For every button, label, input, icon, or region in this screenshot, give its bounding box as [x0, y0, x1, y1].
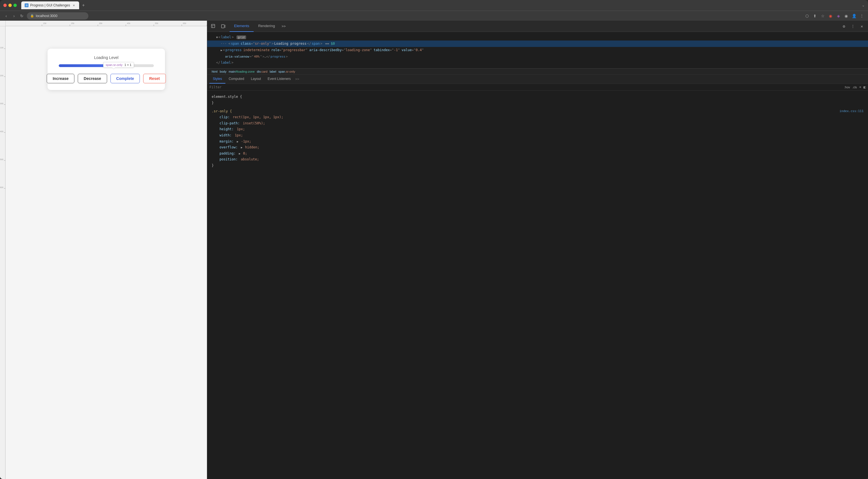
profile-icon[interactable]: 👤 [851, 14, 857, 18]
address-field[interactable]: 🔒 localhost:3000 [27, 12, 88, 20]
active-tab[interactable]: ⚙ Progress | GUI Challenges ✕ [21, 1, 79, 9]
padding-expand-icon[interactable]: ▶ [239, 152, 241, 155]
dom-label-line[interactable]: ▼ <label> grid [207, 34, 868, 40]
devtools-more-button[interactable]: ⋮ [849, 22, 857, 30]
sr-only-selector: .sr-only { [212, 108, 232, 115]
complete-button[interactable]: Complete [111, 74, 140, 83]
breadcrumb-div[interactable]: div.card [257, 70, 268, 73]
styles-tab-styles[interactable]: Styles [210, 75, 225, 84]
style-editor-button[interactable]: ◧ [864, 85, 866, 89]
maximize-button[interactable] [13, 4, 17, 7]
devtools-close-button[interactable]: ✕ [858, 22, 866, 30]
cast-icon[interactable]: ⬡ [804, 14, 810, 18]
css-prop-margin: margin: ▶ -1px; [212, 139, 864, 145]
dom-span-line[interactable]: ··· <span class="sr-only" > Loading prog… [207, 40, 868, 47]
devtools-actions: ⚙ ⋮ ✕ [840, 22, 866, 30]
devtools-panel: Elements Rendering >> ⚙ ⋮ ✕ ▼ <label> gr… [207, 21, 868, 479]
buttons-row: Increase Decrease Complete Reset [47, 74, 165, 83]
dom-tree: ▼ <label> grid ··· <span class="sr-only"… [207, 32, 868, 68]
forward-button[interactable]: › [11, 14, 17, 18]
svg-text:100: 100 [0, 47, 3, 49]
svg-text:600: 600 [0, 186, 3, 188]
loading-level-label: Loading Level [94, 55, 118, 60]
ruler-top-svg: 150 250 350 450 550 650 750 [6, 21, 207, 26]
tab-elements[interactable]: Elements [229, 21, 254, 32]
minimize-button[interactable] [8, 4, 12, 7]
svg-text:550: 550 [155, 22, 158, 24]
svg-text:500: 500 [0, 158, 3, 160]
sr-only-close: } [212, 163, 214, 169]
element-style-label: element.style { [212, 94, 242, 100]
decrease-button[interactable]: Decrease [78, 74, 107, 83]
breadcrumb-span[interactable]: span.sr-only [279, 70, 295, 73]
styles-panel: Styles Computed Layout Event Listeners >… [207, 75, 868, 479]
back-button[interactable]: ‹ [3, 14, 9, 18]
overflow-expand-icon[interactable]: ▶ [241, 146, 243, 149]
inspect-tool-button[interactable] [210, 22, 217, 30]
grid-badge: grid [237, 35, 246, 39]
new-tab-button[interactable]: + [80, 2, 87, 9]
devtools-settings-button[interactable]: ⚙ [840, 22, 848, 30]
filter-buttons: :hov .cls + ◧ [844, 85, 866, 89]
extension-icon-2[interactable]: ◈ [836, 14, 841, 18]
tab-bar: ⚙ Progress | GUI Challenges ✕ + [21, 1, 860, 9]
url-text: localhost:3000 [36, 14, 57, 18]
tab-label: Progress | GUI Challenges [30, 3, 70, 7]
margin-expand-icon[interactable]: ▶ [237, 140, 239, 143]
top-ruler: 150 250 350 450 550 650 750 [0, 21, 207, 26]
share-icon[interactable]: ⬆ [812, 14, 818, 18]
dom-progress-line[interactable]: ▶ <progress indeterminate role="progress… [207, 47, 868, 53]
css-prop-height: height: 1px; [212, 126, 864, 132]
styles-tab-more[interactable]: >> [294, 75, 300, 83]
increase-button[interactable]: Increase [47, 74, 74, 83]
styles-tab-layout[interactable]: Layout [247, 75, 264, 84]
extension-icon-3[interactable]: ◉ [843, 14, 849, 18]
element-style-rule: element.style { } [207, 93, 868, 107]
breadcrumb-label[interactable]: label [270, 70, 276, 73]
dom-dots: ··· [221, 41, 227, 46]
breadcrumb-body[interactable]: body [220, 70, 226, 73]
svg-text:450: 450 [127, 22, 130, 24]
reset-button[interactable]: Reset [143, 74, 165, 83]
bookmark-icon[interactable]: ☆ [820, 14, 826, 18]
browser-viewport: 150 250 350 450 550 650 750 [0, 21, 207, 479]
svg-text:200: 200 [0, 75, 3, 76]
filter-input[interactable] [210, 85, 842, 89]
dom-progress-collapse: ▶ [221, 48, 222, 53]
breadcrumb-main[interactable]: main#loading-zone [229, 70, 255, 73]
dom-aria-line: aria-valuenow="40%" >…</progress> [207, 54, 868, 60]
address-bar: ‹ › ↻ 🔒 localhost:3000 ⬡ ⬆ ☆ ◉ ◈ ◉ 👤 ⋮ [0, 11, 868, 21]
filter-bar: :hov .cls + ◧ [207, 84, 868, 91]
css-content: element.style { } .sr-only { index.css:1… [207, 91, 868, 479]
tab-close-button[interactable]: ✕ [72, 3, 76, 7]
devtools-header: Elements Rendering >> ⚙ ⋮ ✕ [207, 21, 868, 32]
extension-icon-1[interactable]: ◉ [828, 14, 833, 18]
devtools-tabs: Elements Rendering >> [229, 21, 838, 32]
add-style-button[interactable]: + [859, 85, 861, 89]
page-inner: Loading Level span.sr-only 1 × 1 [6, 26, 207, 479]
tab-rendering[interactable]: Rendering [254, 21, 279, 32]
dom-label-close[interactable]: </label> [207, 60, 868, 66]
styles-tab-events[interactable]: Event Listeners [264, 75, 294, 84]
hov-filter-button[interactable]: :hov [844, 86, 850, 89]
svg-text:650: 650 [183, 22, 186, 24]
svg-rect-31 [221, 25, 224, 28]
reload-button[interactable]: ↻ [19, 14, 25, 18]
svg-text:300: 300 [0, 102, 3, 104]
close-button[interactable] [3, 4, 7, 7]
element-tooltip: span.sr-only 1 × 1 [103, 62, 134, 68]
svg-text:150: 150 [43, 22, 46, 24]
sr-only-source: index.css:111 [839, 108, 864, 114]
progress-card: Loading Level span.sr-only 1 × 1 [48, 49, 165, 90]
cls-filter-button[interactable]: .cls [852, 86, 857, 89]
dom-breadcrumb: html body main#loading-zone div.card lab… [207, 68, 868, 75]
device-toolbar-button[interactable] [219, 22, 227, 30]
breadcrumb-html[interactable]: html [212, 70, 218, 73]
devtools-tab-more[interactable]: >> [279, 24, 288, 28]
dom-equals: == [325, 41, 329, 46]
svg-rect-32 [225, 25, 226, 27]
traffic-lights [3, 4, 17, 7]
more-menu-icon[interactable]: ⋮ [859, 14, 865, 18]
window-dropdown-icon[interactable]: ⌄ [862, 3, 865, 7]
styles-tab-computed[interactable]: Computed [225, 75, 247, 84]
